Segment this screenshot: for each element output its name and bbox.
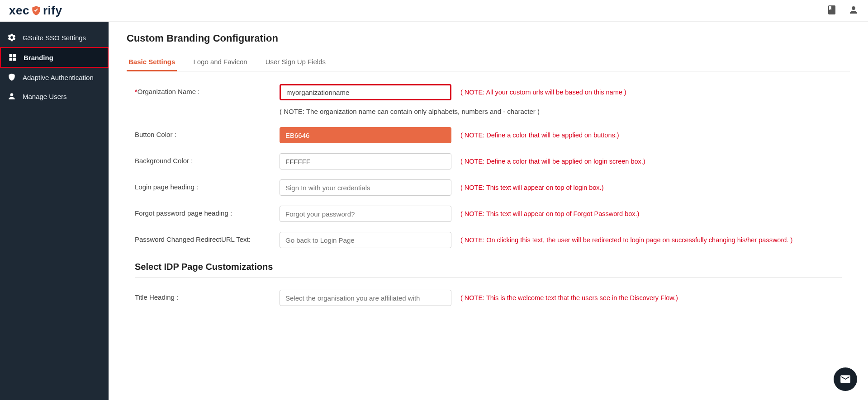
gear-icon xyxy=(7,33,16,42)
widgets-icon xyxy=(8,53,17,62)
user-icon[interactable] xyxy=(848,5,859,17)
note-forgot-heading: ( NOTE: This text will appear on top of … xyxy=(460,206,850,218)
content: Custom Branding Configuration Basic Sett… xyxy=(109,22,868,400)
password-redirect-input[interactable] xyxy=(280,232,451,248)
label-organization-name: *Organization Name : xyxy=(135,84,270,95)
logo-text-pre: xec xyxy=(9,4,29,18)
sidebar: GSuite SSO Settings Branding Adaptive Au… xyxy=(0,22,109,400)
row-password-redirect: Password Changed RedirectURL Text: ( NOT… xyxy=(127,232,850,248)
note-login-heading: ( NOTE: This text will appear on top of … xyxy=(460,179,850,192)
background-color-input[interactable] xyxy=(280,153,451,169)
row-orgname-subnote: ( NOTE: The organization name can contai… xyxy=(127,108,850,115)
sidebar-item-label: Branding xyxy=(24,54,53,61)
tab-logo-favicon[interactable]: Logo and Favicon xyxy=(191,53,249,71)
sidebar-item-label: Adaptive Authentication xyxy=(23,74,94,81)
divider xyxy=(135,278,842,278)
subnote-organization-name: ( NOTE: The organization name can contai… xyxy=(280,108,850,115)
page-title: Custom Branding Configuration xyxy=(127,33,850,44)
label-background-color: Background Color : xyxy=(135,153,270,165)
topbar: xec rify xyxy=(0,0,868,22)
title-heading-input[interactable] xyxy=(280,290,451,306)
row-title-heading: Title Heading : ( NOTE: This is the welc… xyxy=(127,290,850,306)
label-forgot-heading: Forgot password page heading : xyxy=(135,206,270,217)
note-organization-name: ( NOTE: All your custom urls will be bas… xyxy=(460,84,850,97)
user-icon xyxy=(7,92,16,101)
note-background-color: ( NOTE: Define a color that will be appl… xyxy=(460,153,850,166)
sidebar-item-gsuite-sso[interactable]: GSuite SSO Settings xyxy=(0,28,109,47)
mail-icon xyxy=(840,373,851,385)
logo: xec rify xyxy=(9,4,62,18)
topbar-actions xyxy=(826,5,859,17)
sidebar-item-manage-users[interactable]: Manage Users xyxy=(0,87,109,106)
button-color-input[interactable] xyxy=(280,127,451,143)
note-button-color: ( NOTE: Define a color that will be appl… xyxy=(460,127,850,140)
tabs: Basic Settings Logo and Favicon User Sig… xyxy=(127,53,850,71)
note-password-redirect: ( NOTE: On clicking this text, the user … xyxy=(460,232,850,245)
label-login-heading: Login page heading : xyxy=(135,179,270,191)
row-button-color: Button Color : ( NOTE: Define a color th… xyxy=(127,127,850,143)
logo-shield-icon xyxy=(30,5,42,17)
shield-check-icon xyxy=(7,73,16,82)
label-button-color: Button Color : xyxy=(135,127,270,138)
sidebar-item-adaptive-auth[interactable]: Adaptive Authentication xyxy=(0,68,109,87)
tab-basic-settings[interactable]: Basic Settings xyxy=(127,53,177,71)
note-title-heading: ( NOTE: This is the welcome text that th… xyxy=(460,290,850,302)
idp-section-heading: Select IDP Page Customizations xyxy=(135,262,850,272)
row-forgot-heading: Forgot password page heading : ( NOTE: T… xyxy=(127,206,850,222)
row-login-heading: Login page heading : ( NOTE: This text w… xyxy=(127,179,850,196)
chat-fab[interactable] xyxy=(834,367,857,391)
organization-name-input[interactable] xyxy=(280,84,451,100)
docs-icon[interactable] xyxy=(826,5,837,17)
label-password-redirect: Password Changed RedirectURL Text: xyxy=(135,232,270,243)
tab-user-signup[interactable]: User Sign Up Fields xyxy=(264,53,327,71)
login-heading-input[interactable] xyxy=(280,179,451,196)
sidebar-item-branding[interactable]: Branding xyxy=(0,47,109,68)
row-organization-name: *Organization Name : ( NOTE: All your cu… xyxy=(127,84,850,100)
label-title-heading: Title Heading : xyxy=(135,290,270,301)
sidebar-item-label: Manage Users xyxy=(23,93,67,100)
forgot-heading-input[interactable] xyxy=(280,206,451,222)
sidebar-item-label: GSuite SSO Settings xyxy=(23,34,86,42)
logo-text-post: rify xyxy=(43,4,62,18)
row-background-color: Background Color : ( NOTE: Define a colo… xyxy=(127,153,850,169)
